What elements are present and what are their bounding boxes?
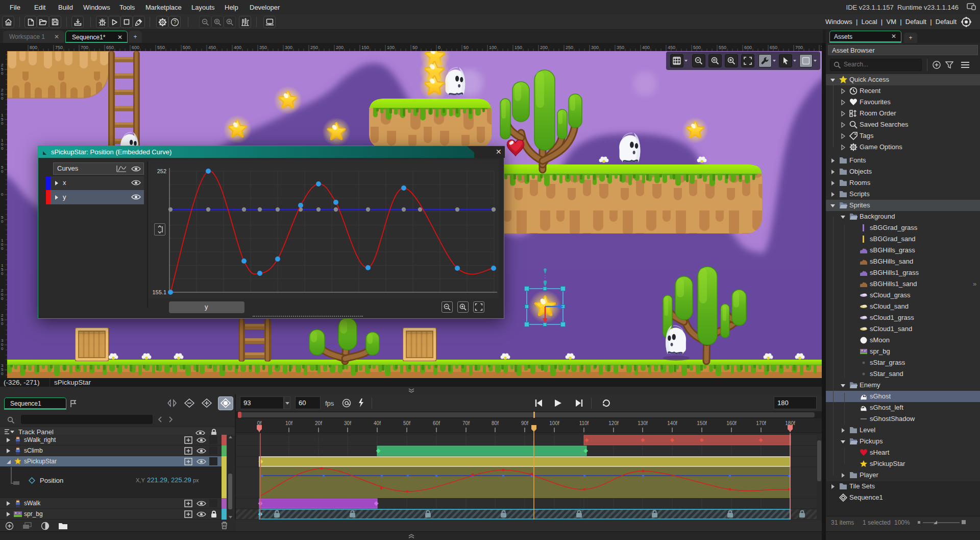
svg-text:400: 400 — [642, 45, 650, 50]
svg-text:300: 300 — [591, 45, 599, 50]
svg-text:0: 0 — [438, 45, 440, 50]
svg-text:0: 0 — [1, 271, 4, 276]
svg-text:0: 0 — [1, 371, 4, 376]
svg-text:300: 300 — [285, 45, 292, 50]
svg-text:100: 100 — [489, 45, 497, 50]
svg-text:0: 0 — [1, 192, 4, 197]
svg-text:350: 350 — [617, 45, 624, 50]
svg-text:350: 350 — [259, 45, 267, 50]
svg-text:0: 0 — [1, 71, 4, 76]
svg-text:50: 50 — [412, 45, 418, 50]
svg-text:0: 0 — [1, 146, 4, 151]
svg-text:0: 0 — [1, 246, 4, 251]
svg-text:0: 0 — [1, 96, 4, 101]
svg-text:155.1: 155.1 — [152, 289, 166, 295]
svg-text:0: 0 — [1, 169, 4, 174]
svg-text:250: 250 — [310, 45, 318, 50]
svg-text:200: 200 — [336, 45, 344, 50]
svg-text:400: 400 — [234, 45, 241, 50]
svg-text:0: 0 — [1, 296, 4, 301]
svg-text:0: 0 — [1, 321, 4, 326]
svg-text:600: 600 — [744, 45, 752, 50]
svg-text:750: 750 — [55, 45, 63, 50]
svg-text:700: 700 — [795, 45, 803, 50]
svg-text:?: ? — [174, 19, 177, 25]
svg-text:200: 200 — [540, 45, 548, 50]
svg-text:100: 100 — [387, 45, 395, 50]
svg-text:800: 800 — [30, 45, 37, 50]
svg-text:50: 50 — [463, 45, 469, 50]
svg-text:600: 600 — [132, 45, 139, 50]
svg-text:150: 150 — [514, 45, 522, 50]
svg-text:0: 0 — [1, 219, 4, 224]
svg-text:0: 0 — [1, 346, 4, 351]
svg-text:500: 500 — [693, 45, 701, 50]
svg-text:650: 650 — [106, 45, 114, 50]
svg-text:0: 0 — [1, 121, 4, 126]
svg-text:252: 252 — [157, 168, 166, 174]
svg-text:650: 650 — [770, 45, 777, 50]
svg-text:500: 500 — [183, 45, 190, 50]
svg-text:550: 550 — [719, 45, 726, 50]
svg-text:250: 250 — [566, 45, 573, 50]
svg-text:450: 450 — [208, 45, 216, 50]
svg-text:150: 150 — [361, 45, 369, 50]
svg-text:550: 550 — [157, 45, 165, 50]
svg-text:450: 450 — [668, 45, 675, 50]
svg-text:700: 700 — [81, 45, 88, 50]
